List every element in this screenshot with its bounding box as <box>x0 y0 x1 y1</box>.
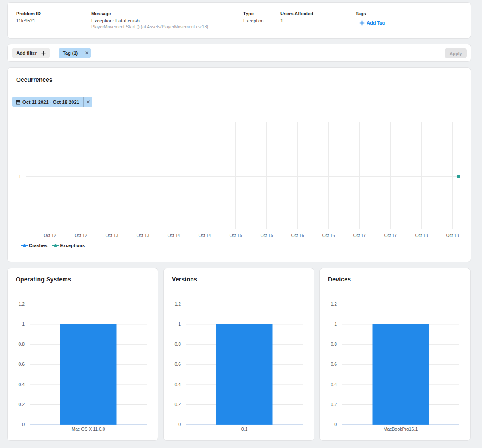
svg-text:0: 0 <box>178 422 181 427</box>
svg-text:0.8: 0.8 <box>174 342 181 347</box>
svg-text:0.6: 0.6 <box>18 362 25 367</box>
svg-text:Oct 17: Oct 17 <box>353 233 366 238</box>
svg-text:Oct 13: Oct 13 <box>137 233 149 238</box>
svg-text:MacBookPro16,1: MacBookPro16,1 <box>384 426 418 431</box>
svg-text:Oct 13: Oct 13 <box>106 233 118 238</box>
svg-text:Oct 18: Oct 18 <box>415 233 428 238</box>
svg-text:Oct 12: Oct 12 <box>44 233 56 238</box>
svg-text:1: 1 <box>334 321 337 326</box>
svg-text:0: 0 <box>334 422 337 427</box>
svg-text:1.2: 1.2 <box>174 301 181 306</box>
svg-text:1: 1 <box>18 174 21 179</box>
svg-text:0.6: 0.6 <box>174 362 181 367</box>
svg-text:0.8: 0.8 <box>331 342 337 347</box>
svg-text:0.4: 0.4 <box>331 382 337 387</box>
svg-text:1: 1 <box>22 321 25 326</box>
svg-text:0.2: 0.2 <box>174 402 181 407</box>
svg-text:0: 0 <box>22 422 25 427</box>
svg-text:Oct 14: Oct 14 <box>168 233 180 238</box>
svg-text:Oct 16: Oct 16 <box>322 233 335 238</box>
svg-text:0.1: 0.1 <box>241 426 248 431</box>
svg-text:Oct 15: Oct 15 <box>261 233 273 238</box>
svg-text:1: 1 <box>178 321 181 326</box>
svg-text:Oct 17: Oct 17 <box>384 233 397 238</box>
svg-text:Oct 15: Oct 15 <box>230 233 242 238</box>
svg-text:1.2: 1.2 <box>331 301 337 306</box>
svg-text:Mac OS X 11.6.0: Mac OS X 11.6.0 <box>71 426 105 431</box>
svg-text:Oct 18: Oct 18 <box>446 233 459 238</box>
svg-text:1.2: 1.2 <box>18 301 25 306</box>
svg-text:0.8: 0.8 <box>18 342 25 347</box>
svg-text:Oct 14: Oct 14 <box>199 233 211 238</box>
svg-text:Oct 16: Oct 16 <box>291 233 304 238</box>
svg-text:0.2: 0.2 <box>331 402 337 407</box>
svg-text:0.4: 0.4 <box>18 382 25 387</box>
svg-text:Oct 12: Oct 12 <box>75 233 87 238</box>
svg-text:0.2: 0.2 <box>18 402 25 407</box>
svg-text:0.6: 0.6 <box>331 362 337 367</box>
svg-text:0.4: 0.4 <box>174 382 181 387</box>
